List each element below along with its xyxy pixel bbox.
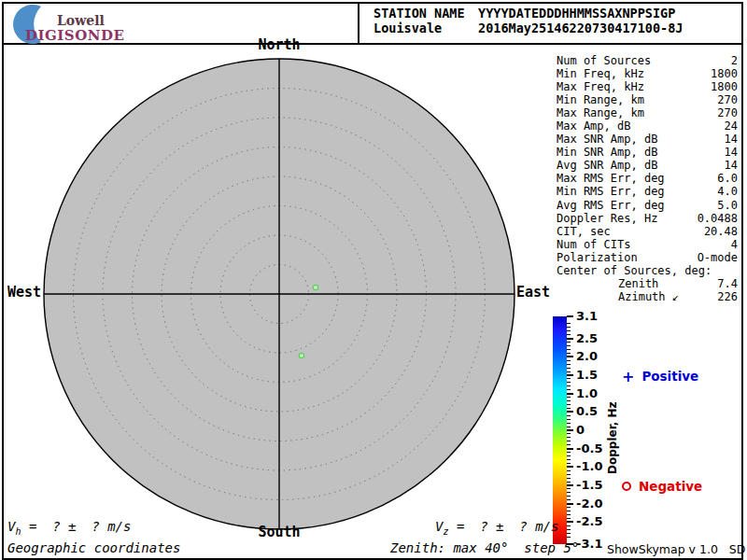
param-value: 5.0	[717, 199, 738, 212]
colorbar-minor-tick	[567, 474, 571, 475]
colorbar-minor-tick	[567, 537, 571, 538]
colorbar-minor-tick	[567, 364, 571, 365]
param-row: Num of Sources2	[557, 54, 738, 67]
colorbar-minor-tick	[567, 389, 571, 390]
param-value: O-mode	[698, 251, 738, 264]
colorbar-minor-tick	[567, 404, 571, 405]
colorbar-major-tick	[567, 503, 573, 505]
colorbar-tick-label: -1.0	[576, 459, 602, 474]
colorbar-minor-tick	[567, 437, 571, 438]
param-label: Min RMS Err, deg	[557, 185, 665, 198]
param-label: Num of CITs	[557, 238, 630, 251]
colorbar-major-tick	[567, 466, 573, 468]
colorbar-minor-tick	[567, 415, 571, 416]
station-header-label-columns: YYYYDATEDDDHHMMSSAXNPPSIGP	[478, 6, 675, 21]
compass-label-south: South	[251, 524, 307, 540]
skymap-polar-plot	[0, 43, 560, 560]
param-row: Min RMS Err, deg4.0	[557, 185, 738, 198]
station-header-labels: STATION NAME YYYYDATEDDDHHMMSSAXNPPSIGP	[374, 6, 740, 21]
station-header-value-columns: 2016May25146220730417100-8J	[478, 21, 684, 35]
param-value: 7.4	[717, 277, 738, 290]
colorbar-major-tick	[567, 315, 573, 317]
colorbar-minor-tick	[567, 444, 571, 445]
logo-subtitle: DIGISONDE	[25, 27, 124, 44]
source-point-negative	[313, 285, 317, 289]
colorbar-minor-tick	[567, 330, 571, 331]
colorbar-minor-tick	[567, 423, 571, 424]
colorbar-minor-tick	[567, 455, 571, 456]
colorbar-minor-tick	[567, 382, 571, 383]
compass-label-north: North	[251, 36, 307, 53]
colorbar-minor-tick	[567, 518, 571, 519]
lowell-digisonde-logo: Lowell DIGISONDE	[9, 3, 121, 42]
colorbar-tick-label: -2.5	[576, 514, 602, 529]
colorbar-tick-label: 2.5	[576, 331, 598, 346]
version-note: ShowSkymap v 1.0 SD v 5.1	[607, 542, 747, 556]
logo-divider	[358, 2, 359, 43]
colorbar-minor-tick	[567, 371, 571, 372]
colorbar-major-tick	[567, 374, 573, 376]
param-label: Avg SNR Amp, dB	[557, 159, 657, 172]
param-row: Max Range, km270	[557, 106, 738, 119]
param-row: Doppler Res, Hz0.0488	[557, 212, 738, 225]
param-label: Doppler Res, Hz	[557, 212, 657, 225]
colorbar-minor-tick	[567, 533, 571, 534]
header-col-date-value: May25	[509, 21, 547, 35]
colorbar-tick-label: -1.5	[576, 478, 602, 493]
showskymap-window: Lowell DIGISONDE STATION NAME YYYYDATEDD…	[0, 0, 747, 560]
colorbar-major-tick	[567, 429, 573, 431]
colorbar-minor-tick	[567, 511, 571, 511]
colorbar-minor-tick	[567, 499, 571, 500]
colorbar-minor-tick	[567, 419, 571, 420]
legend-negative: Negative	[622, 479, 702, 494]
colorbar-minor-tick	[567, 385, 571, 386]
param-value: 1800	[711, 67, 738, 80]
param-row: Avg RMS Err, deg5.0	[557, 199, 738, 212]
legend-positive: + Positive	[622, 369, 698, 384]
header-col-hhmmss-label: HHMMSS	[561, 6, 607, 21]
station-name-value: Louisvale	[374, 21, 478, 35]
zenith-range-note: Zenith: max 40° step 5°	[390, 540, 579, 555]
param-row: Avg SNR Amp, dB14	[557, 159, 738, 172]
param-label: Min Freq, kHz	[557, 67, 644, 80]
colorbar-tick-label: 1.5	[576, 368, 598, 383]
param-row: Max RMS Err, deg6.0	[557, 172, 738, 185]
colorbar-minor-tick	[567, 360, 571, 361]
colorbar-major-tick	[567, 393, 573, 395]
colorbar-minor-tick	[567, 441, 571, 441]
station-header: STATION NAME YYYYDATEDDDHHMMSSAXNPPSIGP …	[374, 6, 740, 35]
colorbar-minor-tick	[567, 378, 571, 379]
colorbar-tick-label: -0.5	[576, 441, 602, 456]
param-row: Max Amp, dB24	[557, 119, 738, 133]
colorbar-minor-tick	[567, 470, 571, 471]
param-value: 226	[717, 290, 738, 303]
colorbar-major-tick	[567, 448, 573, 450]
param-label: Zenith	[618, 277, 658, 290]
horizontal-velocity-readout: Vh = ? ± ? m/s	[7, 519, 131, 537]
colorbar-minor-tick	[567, 408, 571, 409]
colorbar-minor-tick	[567, 459, 571, 460]
header-col-yyyy-value: 2016	[478, 21, 509, 35]
param-row: PolarizationO-mode	[557, 251, 738, 264]
colorbar-minor-tick	[567, 463, 571, 464]
param-value: 14	[725, 146, 738, 159]
colorbar-tick-label: 0	[576, 423, 585, 438]
compass-label-west: West	[0, 284, 41, 301]
param-label: Azimuth ↙	[618, 290, 679, 303]
param-value: 270	[717, 106, 738, 119]
param-value: 270	[717, 93, 738, 106]
param-label: Max Freq, kHz	[557, 80, 644, 93]
param-label: CIT, sec	[557, 225, 611, 238]
colorbar-minor-tick	[567, 452, 571, 453]
vertical-velocity-readout: Vz = ? ± ? m/s	[435, 519, 558, 537]
param-value: 0.0488	[698, 212, 738, 225]
header-col-hhmmss-value: 220730	[570, 21, 615, 35]
colorbar-minor-tick	[567, 345, 571, 346]
header-col-date-label: DATE	[509, 6, 540, 21]
header-col-igp-label: IGP	[653, 6, 675, 21]
colorbar-minor-tick	[567, 400, 571, 401]
colorbar-minor-tick	[567, 433, 571, 434]
param-row: Max Freq, kHz1800	[557, 80, 738, 93]
param-label: Max RMS Err, deg	[557, 172, 665, 185]
param-label: Num of Sources	[557, 54, 651, 67]
